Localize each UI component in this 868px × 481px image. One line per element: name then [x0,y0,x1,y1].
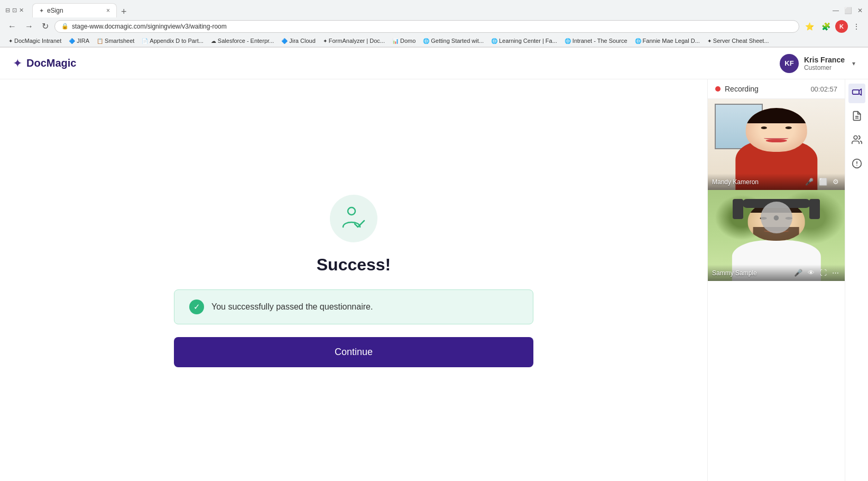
room-content: Success! ✓ You successfully passed the q… [0,79,868,481]
bookmark-domo[interactable]: 📊 Domo [389,37,419,45]
address-bar[interactable]: 🔒 stage-www.docmagic.com/signingview/v3/… [54,20,799,33]
success-title: Success! [317,255,391,275]
browser-titlebar: ⊟ ⊡ ✕ ✦ eSign × + — ⬜ ✕ [0,0,868,17]
svg-point-5 [854,136,857,140]
app-wrapper: ✦ DocMagic KF Kris France Customer ▾ [0,48,868,481]
mandy-settings-btn[interactable]: ⚙ [831,177,841,187]
mandy-video-controls: 🎤 ⬜ ⚙ [804,177,841,187]
success-message-text: You successfully passed the questionnair… [211,302,373,312]
app-header: ✦ DocMagic KF Kris France Customer ▾ [0,48,868,79]
video-feed-mandy: Mandy Kameron 🎤 ⬜ ⚙ [708,99,845,190]
sammy-label-bar: Sammy Sample 🎤 👁 ⛶ ⋯ [708,265,845,281]
logo-icon: ✦ [13,57,22,70]
active-tab[interactable]: ✦ eSign × [32,3,117,17]
svg-marker-2 [859,89,861,95]
window-controls: ⊟ ⊡ ✕ [5,7,28,14]
url-text: stage-www.docmagic.com/signingview/v3/wa… [72,23,227,30]
panel-side-actions [845,79,868,481]
mandy-cam-btn[interactable]: ⬜ [817,177,829,187]
bookmark-smartsheet[interactable]: 📋 Smartsheet [94,37,137,45]
mandy-mic-btn[interactable]: 🎤 [804,177,815,187]
bookmark-jiracloud[interactable]: 🔷 Jira Cloud [278,37,319,45]
user-menu[interactable]: KF Kris France Customer ▾ [780,54,855,73]
video-panel-section: Recording 00:02:57 [707,79,868,481]
more-menu-btn[interactable]: ⋮ [850,20,863,33]
continue-button[interactable]: Continue [174,337,533,367]
bookmark-star-btn[interactable]: ⭐ [802,20,817,33]
bookmark-docmagic[interactable]: ✦ DocMagic Intranet [5,37,64,45]
mandy-label-bar: Mandy Kameron 🎤 ⬜ ⚙ [708,174,845,190]
sammy-more-btn[interactable]: ⋯ [830,268,841,278]
bookmark-learning[interactable]: 🌐 Learning Center | Fa... [488,37,560,45]
chevron-down-icon: ▾ [852,60,855,67]
sammy-overlay: ● [761,202,792,233]
recording-dot [715,86,721,92]
user-role: Customer [804,64,845,71]
people-side-btn[interactable] [848,131,865,151]
sammy-video-controls: 🎤 👁 ⛶ ⋯ [792,268,841,278]
bookmark-intranet[interactable]: 🌐 Intranet - The Source [561,37,631,45]
logo-text: DocMagic [26,57,76,69]
avatar: KF [780,54,799,73]
recording-label: Recording [725,85,759,93]
info-side-btn[interactable] [848,155,865,175]
person-check-icon [340,206,367,231]
svg-point-0 [348,207,355,215]
new-tab-button[interactable]: + [117,6,131,17]
recording-time: 00:02:57 [810,85,837,93]
mandy-name: Mandy Kameron [712,178,759,186]
tab-close-btn[interactable]: × [106,7,110,14]
content-area: Success! ✓ You successfully passed the q… [0,79,707,481]
video-feed-sammy: ● Sammy Sample 🎤 👁 ⛶ ⋯ [708,190,845,281]
sammy-expand-btn[interactable]: ⛶ [818,268,828,278]
browser-toolbar: ← → ↻ 🔒 stage-www.docmagic.com/signingvi… [0,17,868,35]
sammy-eye-btn[interactable]: 👁 [806,268,816,278]
bookmark-appendix[interactable]: 📄 Appendix D to Part... [138,37,207,45]
bookmark-formanalyzer[interactable]: ✦ FormAnalyzer | Doc... [320,37,388,45]
reload-button[interactable]: ↻ [39,20,51,33]
lock-icon: 🔒 [61,23,69,30]
success-icon-container [330,195,377,242]
document-side-btn[interactable] [848,107,865,127]
forward-button[interactable]: → [22,20,36,33]
tab-favicon: ✦ [39,7,44,14]
svg-rect-1 [852,90,859,94]
tab-title: eSign [47,7,63,14]
tab-bar: ✦ eSign × + [32,3,131,17]
extension-btn[interactable]: 🧩 [819,20,833,33]
user-name: Kris France [804,56,845,64]
sammy-mic-btn[interactable]: 🎤 [792,268,804,278]
browser-chrome: ⊟ ⊡ ✕ ✦ eSign × + — ⬜ ✕ ← → ↻ 🔒 stage-ww… [0,0,868,48]
bookmark-server[interactable]: ✦ Server Cheat Sheet... [704,37,772,45]
toolbar-actions: ⭐ 🧩 K ⋮ [802,20,863,33]
bookmark-fanniemae[interactable]: 🌐 Fannie Mae Legal D... [632,37,703,45]
profile-btn[interactable]: K [835,20,848,33]
recording-header: Recording 00:02:57 [708,79,845,99]
bookmark-salesforce[interactable]: ☁ Salesforce - Enterpr... [208,37,277,45]
bookmark-jira[interactable]: 🔷 JIRA [66,37,93,45]
sammy-name: Sammy Sample [712,269,757,277]
video-panel: Recording 00:02:57 [707,79,845,481]
bookmark-gettingstarted[interactable]: 🌐 Getting Started wit... [420,37,487,45]
back-button[interactable]: ← [5,20,19,33]
camera-side-btn[interactable] [848,84,865,103]
logo: ✦ DocMagic [13,57,76,70]
check-icon: ✓ [189,300,204,314]
bookmarks-bar: ✦ DocMagic Intranet 🔷 JIRA 📋 Smartsheet … [0,35,868,47]
success-message-box: ✓ You successfully passed the questionna… [174,289,533,324]
video-feeds: Mandy Kameron 🎤 ⬜ ⚙ [708,99,845,481]
user-details: Kris France Customer [804,56,845,71]
